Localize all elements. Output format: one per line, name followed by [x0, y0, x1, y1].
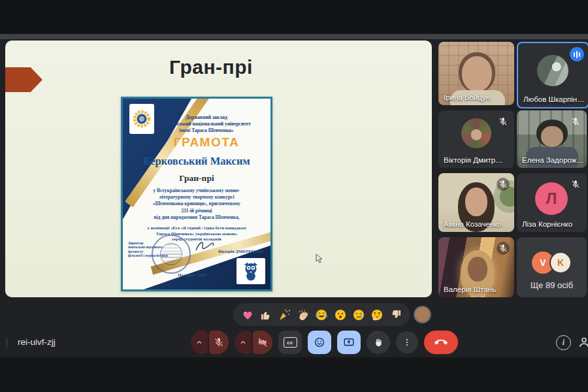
window-top-strip [0, 34, 588, 39]
raise-hand-button[interactable] [367, 331, 390, 354]
participant-name: Аміна Козаченко [444, 220, 502, 228]
participant-tile[interactable]: Л Ліза Корнієнко [517, 173, 587, 232]
hand-icon [373, 337, 384, 348]
participants-panel-button[interactable] [578, 335, 588, 353]
org-line2: «Луганський національний університет [148, 121, 265, 127]
avatar-initial-k: K [549, 252, 572, 274]
avatar [461, 118, 491, 148]
meeting-code: rei-uivf-zjj [18, 337, 56, 347]
org-line1: Державний заклад [148, 114, 265, 121]
college-owl-logo-icon [237, 258, 265, 284]
overflow-participants-tile[interactable]: V K Ще 89 осіб [517, 237, 587, 297]
participant-tile-active-speaker[interactable]: Любов Шкарпін… [517, 42, 588, 108]
certificate-signer-name: Вікторія ДМИТРЕНКО [218, 249, 268, 253]
stamp-inner-ring [160, 243, 182, 265]
top-black-band [0, 0, 588, 34]
audio-speaking-indicator-icon [570, 47, 584, 61]
reaction-thinking-icon[interactable] [370, 308, 384, 322]
nom-line2: Тараса Шевченка» українською мовою» [128, 231, 265, 237]
skin-tone-selector[interactable] [414, 306, 431, 323]
reaction-cry-icon[interactable] [351, 308, 366, 322]
mic-off-icon [497, 178, 510, 191]
body-line2: літературному творчому конкурсі [128, 194, 265, 201]
avatar-initial: Л [535, 182, 568, 215]
reaction-thumbs-up-icon[interactable] [259, 308, 273, 322]
org-line3: імені Тараса Шевченка» [148, 127, 265, 134]
nom-line1: у номінації «Есе «Я гідний / гідна бути … [128, 225, 265, 231]
mic-off-icon [569, 115, 582, 128]
round-stamp [152, 235, 191, 274]
certificate-body-text: у Всеукраїнському учнівському мовно- літ… [128, 188, 265, 221]
more-vertical-icon [402, 338, 412, 347]
mic-button-group [191, 331, 229, 354]
captions-button[interactable]: cc [278, 331, 302, 354]
participant-name: Елена Задорож… [522, 156, 584, 164]
certificate: Державний заклад «Луганський національни… [121, 97, 272, 291]
meeting-details-button[interactable]: i [556, 335, 571, 350]
end-call-icon [434, 336, 448, 349]
participant-face [465, 188, 487, 216]
participant-tile[interactable]: Ірина Бойцун [438, 42, 514, 105]
meeting-area: Гран-прі Державний заклад «Луганський на… [0, 39, 588, 357]
reaction-heart-icon[interactable] [240, 308, 255, 322]
avatar [537, 55, 568, 86]
slide-title: Гран-прі [103, 56, 319, 78]
participant-tile[interactable]: Елена Задорож… [517, 110, 587, 168]
mic-off-icon [497, 242, 510, 255]
bottom-black-band [0, 357, 588, 392]
signature-scribble [195, 240, 217, 254]
participant-face [468, 257, 487, 282]
reaction-party-icon[interactable] [278, 308, 292, 322]
present-button[interactable] [337, 331, 361, 354]
smiley-icon [314, 336, 325, 348]
certificate-doc-type: ГРАМОТА [149, 135, 264, 150]
people-icon [578, 335, 588, 350]
certificate-organization: Державний заклад «Луганський національни… [148, 114, 265, 134]
mic-off-button[interactable] [209, 331, 229, 354]
call-controls: cc [191, 330, 458, 355]
participant-face [541, 126, 563, 147]
mic-options-chevron[interactable] [191, 331, 208, 354]
body-line4: 211-ій річниці [128, 208, 265, 214]
presented-slide: Гран-прі Державний заклад «Луганський на… [5, 41, 432, 297]
body-line3: «Шевченкова криниця», присвяченому [128, 201, 265, 207]
body-line5: від дня народження Тараса Шевченка, [128, 214, 265, 221]
camera-options-chevron[interactable] [235, 331, 252, 354]
reaction-surprised-icon[interactable] [333, 308, 348, 322]
body-line1: у Всеукраїнському учнівському мовно- [128, 188, 265, 194]
meet-window: Гран-прі Державний заклад «Луганський на… [0, 0, 588, 392]
participant-tile[interactable]: Вікторія Дмитр… [438, 110, 514, 168]
participant-name: Валерія Штань [444, 286, 496, 293]
participant-name: Любов Шкарпін… [523, 95, 585, 103]
certificate-place-year: Полтава - 2025 [153, 272, 231, 277]
certificate-recipient-name: Берковський Максим [123, 155, 270, 168]
toolbar-divider [7, 338, 7, 348]
mic-off-icon [569, 178, 582, 191]
participant-tile[interactable]: Валерія Штань [438, 237, 514, 297]
reaction-thumbs-down-icon[interactable] [389, 308, 403, 322]
participant-name: Ліза Корнієнко [522, 220, 572, 228]
mouse-cursor [316, 253, 323, 263]
reactions-button[interactable] [308, 331, 331, 354]
captions-icon: cc [284, 337, 297, 348]
participant-face [462, 56, 492, 91]
reaction-joy-icon[interactable] [314, 308, 329, 322]
reactions-bar [233, 303, 410, 326]
mic-off-icon [497, 115, 510, 128]
slide-arrow-decoration [5, 67, 42, 92]
camera-button-group [235, 331, 272, 354]
camera-off-button[interactable] [253, 331, 272, 354]
participant-name: Ірина Бойцун [444, 93, 490, 101]
present-screen-icon [343, 336, 355, 348]
more-participants-count: Ще 89 осіб [517, 280, 587, 290]
certificate-award-title: Гран-прі [123, 173, 270, 184]
participant-name: Вікторія Дмитр… [444, 156, 503, 164]
participant-tile[interactable]: Аміна Козаченко [438, 173, 514, 232]
overflow-avatars: V K [517, 252, 587, 274]
end-call-button[interactable] [424, 331, 458, 354]
more-options-button[interactable] [396, 331, 418, 353]
reaction-clap-icon[interactable] [296, 308, 310, 322]
